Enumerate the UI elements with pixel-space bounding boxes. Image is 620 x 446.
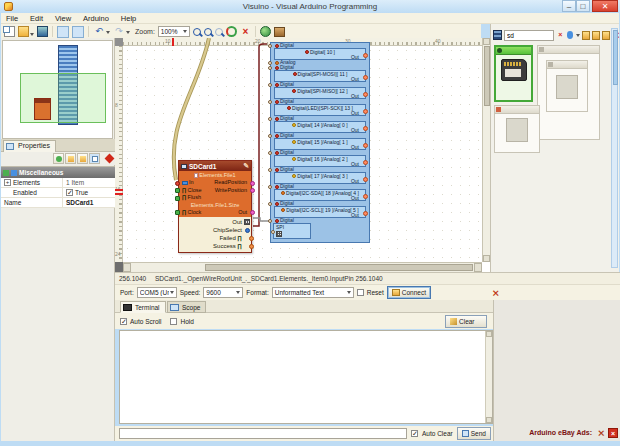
chevron-down-icon[interactable] — [576, 34, 580, 37]
minimap-viewport-rect[interactable] — [20, 73, 106, 123]
properties-category-header[interactable]: Miscellaneous — [1, 167, 115, 178]
clock-pin-connector[interactable] — [175, 210, 180, 215]
chipselect-pin-connector[interactable] — [245, 228, 250, 233]
scroll-left-button[interactable] — [123, 263, 131, 272]
props-highlight-brush-icon[interactable] — [104, 153, 115, 164]
out-pin-connector[interactable] — [363, 53, 368, 58]
reset-checkbox[interactable] — [357, 289, 364, 296]
readposition-pin-connector[interactable] — [250, 181, 255, 186]
scroll-thumb[interactable] — [613, 30, 618, 85]
toolbox-tile-category[interactable] — [537, 45, 600, 140]
terminal-output[interactable] — [119, 330, 493, 424]
out-pin-connector[interactable] — [363, 177, 368, 182]
comm-settings-wrench-icon[interactable]: ⨯ — [492, 288, 500, 298]
pin-connector[interactable] — [268, 61, 272, 65]
menu-help[interactable]: Help — [116, 13, 141, 23]
scroll-down-button[interactable] — [483, 255, 490, 262]
zoom-actual-button[interactable] — [204, 28, 212, 36]
menu-view[interactable]: View — [50, 13, 76, 23]
speed-select[interactable]: 9600 — [203, 287, 243, 298]
send-button[interactable]: Send — [457, 427, 491, 440]
toolbox-category-icon[interactable] — [602, 31, 610, 40]
maximize-button[interactable]: □ — [576, 0, 590, 12]
board-spi-channel[interactable]: SPI — [273, 223, 311, 239]
ads-close-icon[interactable]: × — [608, 428, 618, 438]
close-pin-connector[interactable] — [175, 188, 180, 193]
edit-pencil-icon[interactable]: ✎ — [243, 162, 249, 170]
writeposition-pin-connector[interactable] — [250, 188, 255, 193]
out-pin-connector[interactable] — [363, 211, 368, 216]
out-pin-connector[interactable] — [363, 194, 368, 199]
toolbox-tile[interactable] — [494, 105, 540, 153]
toolbox-tile-sdcard-selected[interactable] — [494, 45, 533, 102]
toggle-right-panel-button[interactable] — [72, 26, 84, 38]
delete-button[interactable]: × — [240, 26, 251, 37]
sdcard-component[interactable]: SDCard1 ✎ Elements.File1 In ReadPosition… — [178, 160, 252, 253]
props-expand-button[interactable] — [65, 153, 76, 164]
undo-button[interactable]: ↶ — [93, 26, 110, 37]
pin-connector[interactable] — [268, 100, 272, 104]
project-minimap[interactable] — [2, 40, 113, 139]
spi-in-pin-connector[interactable] — [276, 231, 282, 237]
connect-button[interactable]: Connect — [387, 286, 431, 299]
scroll-down-button[interactable] — [486, 417, 492, 423]
flush-pin-connector[interactable] — [175, 196, 180, 201]
auto-scroll-checkbox[interactable] — [120, 318, 127, 325]
property-row-name[interactable]: Name SDCard1 — [1, 198, 115, 208]
pin-connector[interactable] — [268, 44, 272, 48]
pin-connector[interactable] — [268, 168, 272, 172]
pin-connector[interactable] — [268, 134, 272, 138]
scroll-thumb[interactable] — [205, 264, 473, 271]
pin-connector[interactable] — [268, 151, 272, 155]
sdcard-titlebar[interactable]: SDCard1 ✎ — [179, 161, 251, 171]
auto-clear-checkbox[interactable] — [411, 430, 418, 437]
out-pin-connector[interactable] — [363, 143, 368, 148]
props-collapse-button[interactable] — [77, 153, 88, 164]
canvas-vertical-scrollbar[interactable] — [482, 38, 490, 262]
format-select[interactable]: Unformatted Text — [272, 287, 354, 298]
in-pin-connector[interactable] — [175, 181, 180, 186]
out-pin-connector[interactable] — [363, 126, 368, 131]
open-file-button[interactable] — [18, 26, 34, 38]
terminal-scrollbar[interactable] — [485, 331, 492, 423]
web-link-icon[interactable] — [260, 26, 271, 37]
pin-connector[interactable] — [271, 230, 275, 234]
port-select[interactable]: COM5 (Unava — [137, 287, 177, 298]
build-upload-button[interactable] — [226, 26, 237, 37]
pin-connector[interactable] — [268, 202, 272, 206]
property-row-enabled[interactable]: Enabled True — [1, 188, 115, 198]
zoom-in-button[interactable] — [193, 28, 201, 36]
enabled-checkbox[interactable] — [66, 189, 73, 196]
scroll-up-button[interactable] — [483, 38, 490, 45]
property-row-elements[interactable]: +Elements 1 Item — [1, 178, 115, 188]
menu-arduino[interactable]: Arduino — [78, 13, 114, 23]
toolbox-category-icon[interactable] — [592, 31, 600, 40]
component-search-input[interactable] — [504, 30, 554, 41]
window-titlebar[interactable]: Visuino - Visual Arduino Programming – □… — [0, 0, 620, 13]
pin-connector[interactable] — [268, 117, 272, 121]
scroll-right-button[interactable] — [474, 263, 482, 272]
out-pin-connector[interactable] — [363, 160, 368, 165]
pin-connector[interactable] — [268, 185, 272, 189]
tab-properties[interactable]: Properties — [3, 140, 56, 152]
toolbox-subtile[interactable] — [546, 60, 588, 112]
save-button[interactable] — [37, 26, 48, 37]
out-pin-connector[interactable] — [363, 75, 368, 80]
scroll-thumb[interactable] — [484, 46, 490, 106]
toolbox-category-icon[interactable] — [582, 31, 590, 40]
pin-connector[interactable] — [268, 66, 272, 70]
zoom-select[interactable]: 100% — [158, 26, 190, 37]
tab-terminal[interactable]: Terminal — [120, 301, 166, 313]
redo-button[interactable]: ↷ — [113, 26, 130, 37]
out-pin-connector[interactable] — [363, 109, 368, 114]
spi-out-pin-connector[interactable] — [244, 219, 250, 225]
clear-button[interactable]: Clear — [445, 315, 487, 328]
user-filter-icon[interactable] — [567, 31, 574, 39]
arduino-board-component[interactable]: Digital Digital[ 10 ]Out Analog Digital … — [270, 42, 370, 243]
send-input[interactable] — [119, 428, 407, 439]
tab-scope[interactable]: Scope — [167, 301, 206, 313]
canvas-horizontal-scrollbar[interactable] — [123, 262, 482, 272]
package-icon[interactable] — [274, 27, 285, 37]
toggle-left-panel-button[interactable] — [57, 26, 69, 38]
menu-edit[interactable]: Edit — [25, 13, 48, 23]
